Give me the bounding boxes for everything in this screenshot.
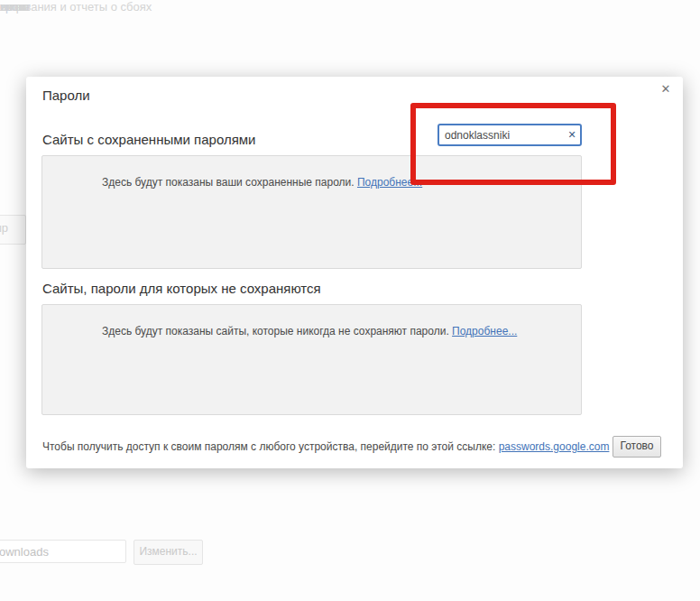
bg-button-label: ь шр	[0, 221, 8, 235]
close-icon[interactable]: ✕	[658, 81, 674, 97]
saved-passwords-heading: Сайты с сохраненными паролями	[42, 132, 255, 147]
footer-note-text: Чтобы получить доступ к своим паролям с …	[42, 440, 495, 453]
saved-passwords-learn-more-link[interactable]: Подробнее...	[357, 176, 422, 189]
never-saved-learn-more-link[interactable]: Подробнее...	[452, 325, 517, 337]
never-saved-placeholder: Здесь будут показаны сайты, которые нико…	[102, 325, 449, 337]
change-downloads-button[interactable]: Изменить...	[134, 540, 203, 565]
footer-note: Чтобы получить доступ к своим паролям с …	[42, 440, 609, 453]
bg-customize-fonts-button: ь шр	[0, 215, 26, 245]
downloads-path-input[interactable]	[0, 540, 126, 563]
never-saved-heading: Сайты, пароли для которых не сохраняются	[42, 281, 321, 296]
password-search-input[interactable]	[438, 124, 582, 146]
passwords-dialog: Пароли ✕ Сайты с сохраненными паролями ✕…	[26, 77, 683, 468]
chrome-settings-screen: ия льзования и отчеты о сбоях иком троит…	[0, 0, 700, 601]
never-saved-empty-box: Здесь будут показаны сайты, которые нико…	[41, 304, 582, 415]
clear-search-icon[interactable]: ✕	[565, 126, 579, 143]
saved-passwords-placeholder: Здесь будут показаны ваши сохраненные па…	[102, 176, 355, 189]
dialog-title: Пароли	[42, 88, 90, 103]
bg-text-fragment: ся от	[0, 0, 27, 14]
passwords-google-link[interactable]: passwords.google.com	[499, 440, 610, 453]
saved-passwords-empty-box: Здесь будут показаны ваши сохраненные па…	[41, 155, 582, 269]
done-button[interactable]: Готово	[612, 436, 661, 458]
